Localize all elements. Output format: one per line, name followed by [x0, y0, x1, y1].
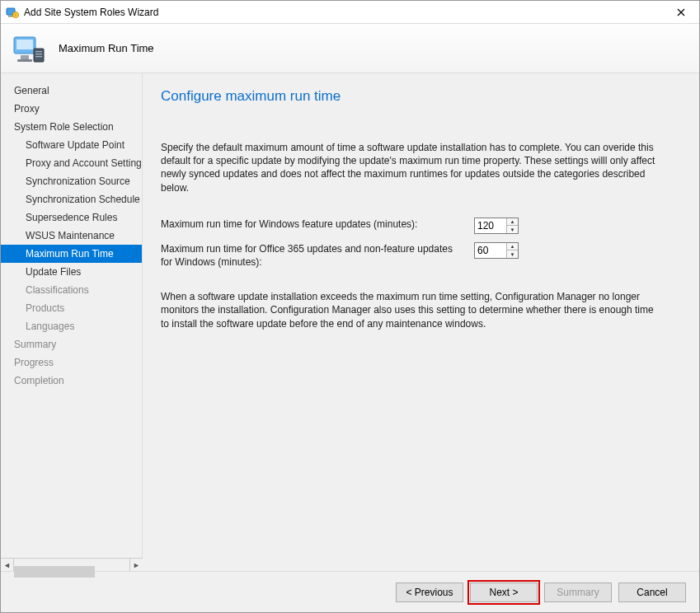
note-text: When a software update installation exce… [161, 290, 664, 330]
spinner-up-icon[interactable]: ▲ [507, 218, 518, 227]
spinner-down-icon[interactable]: ▼ [507, 226, 518, 233]
scroll-left-icon[interactable]: ◄ [1, 559, 14, 572]
cancel-button[interactable]: Cancel [618, 583, 686, 602]
svg-rect-4 [16, 40, 33, 49]
sidebar-hscrollbar[interactable]: ◄ ► [1, 558, 143, 571]
nav-item-synchronization-schedule[interactable]: Synchronization Schedule [1, 190, 142, 208]
scroll-right-icon[interactable]: ► [129, 559, 143, 572]
svg-rect-1 [8, 16, 13, 17]
nav-item-update-files[interactable]: Update Files [1, 263, 142, 281]
nav-item-supersedence-rules[interactable]: Supersedence Rules [1, 208, 142, 227]
sidebar: GeneralProxySystem Role SelectionSoftwar… [1, 73, 143, 571]
label-feature-updates: Maximum run time for Windows feature upd… [161, 218, 474, 231]
nav-item-wsus-maintenance[interactable]: WSUS Maintenance [1, 227, 142, 245]
title-bar: Add Site System Roles Wizard [1, 1, 699, 24]
description-text: Specify the default maximum amount of ti… [161, 141, 664, 194]
svg-rect-10 [35, 56, 42, 57]
nav-item-label: Proxy and Account Settings [26, 157, 142, 169]
svg-rect-9 [35, 54, 42, 54]
close-button[interactable] [663, 1, 699, 24]
nav-item-label: Update Files [26, 266, 81, 278]
nav-item-maximum-run-time[interactable]: Maximum Run Time [1, 245, 142, 263]
spinner-office-updates: ▲ ▼ [474, 242, 519, 259]
nav-item-synchronization-source[interactable]: Synchronization Source [1, 172, 142, 190]
server-icon [11, 30, 47, 67]
spinner-up-icon[interactable]: ▲ [507, 243, 518, 251]
nav-item-label: Completion [14, 375, 64, 386]
nav-item-label: General [14, 85, 49, 96]
nav-item-label: Languages [26, 321, 74, 332]
nav-item-label: Maximum Run Time [26, 248, 114, 260]
nav-item-label: System Role Selection [14, 121, 114, 133]
scroll-thumb[interactable] [14, 566, 95, 578]
nav-item-languages: Languages [1, 317, 142, 335]
input-feature-updates[interactable] [475, 218, 506, 233]
header-banner: Maximum Run Time [1, 24, 699, 73]
svg-rect-7 [34, 49, 44, 62]
row-feature-updates: Maximum run time for Windows feature upd… [161, 218, 672, 234]
nav-item-software-update-point[interactable]: Software Update Point [1, 136, 142, 154]
page-heading: Configure maximum run time [161, 88, 681, 105]
svg-rect-8 [35, 51, 42, 52]
nav-item-label: Progress [14, 357, 54, 368]
app-icon [6, 6, 19, 19]
nav-item-products: Products [1, 299, 142, 317]
nav-item-proxy-and-account-settings[interactable]: Proxy and Account Settings [1, 154, 142, 172]
footer: < Previous Next > Summary Cancel [1, 571, 699, 612]
form-rows: Maximum run time for Windows feature upd… [161, 218, 681, 277]
nav-item-label: Synchronization Source [26, 175, 130, 187]
window-title: Add Site System Roles Wizard [24, 7, 663, 18]
previous-button[interactable]: < Previous [396, 583, 463, 602]
spinner-feature-updates: ▲ ▼ [474, 218, 519, 234]
next-button[interactable]: Next > [470, 583, 538, 602]
nav-item-general[interactable]: General [1, 82, 142, 100]
input-office-updates[interactable] [475, 243, 506, 258]
nav-item-label: Supersedence Rules [26, 212, 117, 223]
step-title: Maximum Run Time [59, 42, 154, 54]
nav-item-label: Software Update Point [26, 139, 124, 151]
svg-rect-6 [17, 59, 32, 62]
wizard-body: GeneralProxySystem Role SelectionSoftwar… [1, 73, 699, 571]
nav-item-summary: Summary [1, 335, 142, 353]
nav-item-progress: Progress [1, 353, 142, 372]
spinner-down-icon[interactable]: ▼ [507, 250, 518, 258]
wizard-window: Add Site System Roles Wizard Maximum Run… [0, 0, 700, 613]
nav-item-classifications: Classifications [1, 281, 142, 299]
nav-item-label: Classifications [26, 284, 89, 296]
row-office-updates: Maximum run time for Office 365 updates … [161, 242, 672, 269]
nav-item-label: WSUS Maintenance [26, 230, 115, 241]
nav-item-completion: Completion [1, 372, 142, 390]
svg-rect-5 [21, 55, 29, 59]
nav-item-label: Summary [14, 339, 56, 350]
nav-item-system-role-selection[interactable]: System Role Selection [1, 118, 142, 136]
nav-item-proxy[interactable]: Proxy [1, 100, 142, 118]
label-office-updates: Maximum run time for Office 365 updates … [161, 242, 474, 269]
nav-item-label: Synchronization Schedule [26, 194, 140, 205]
summary-button: Summary [544, 583, 612, 602]
nav-item-label: Proxy [14, 103, 40, 115]
content-pane: Configure maximum run time Specify the d… [143, 73, 699, 571]
nav-item-label: Products [26, 302, 64, 314]
